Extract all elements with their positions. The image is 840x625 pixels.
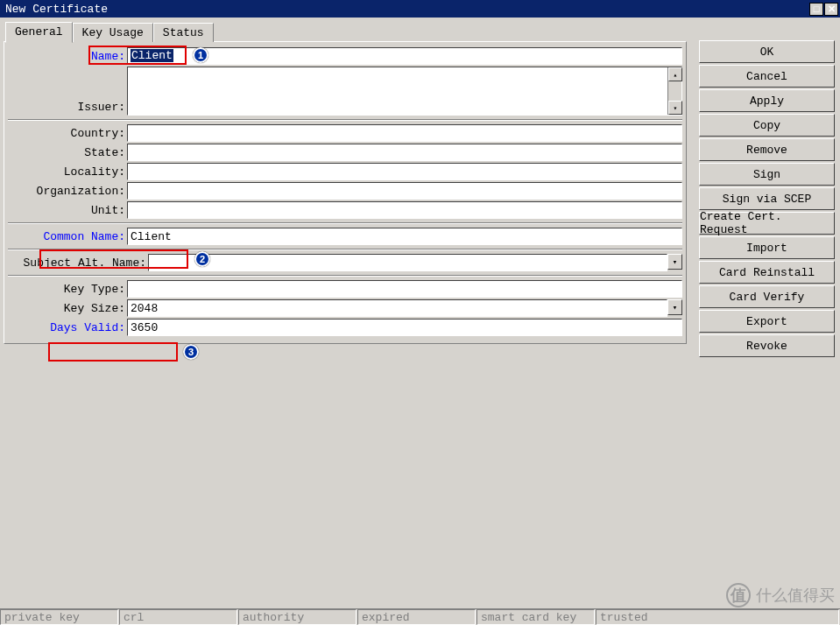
key-size-input[interactable] <box>127 299 667 317</box>
scroll-up-icon[interactable]: ▴ <box>668 67 682 81</box>
window-title: New Certificate <box>2 3 108 16</box>
state-label: State: <box>8 146 127 159</box>
common-name-label: Common Name: <box>8 230 127 243</box>
status-smart-card-key: smart card key <box>476 609 595 625</box>
name-label: Name: <box>8 50 127 63</box>
export-button[interactable]: Export <box>699 310 835 333</box>
close-button[interactable]: ✕ <box>824 3 838 16</box>
title-bar: New Certificate □ ✕ <box>0 0 840 18</box>
maximize-button[interactable]: □ <box>809 3 823 16</box>
key-size-label: Key Size: <box>8 302 127 315</box>
sign-button[interactable]: Sign <box>699 163 835 186</box>
tab-general[interactable]: General <box>5 22 73 43</box>
country-input[interactable] <box>127 124 682 142</box>
badge-1: 1 <box>193 47 208 63</box>
content-area: General Key Usage Status Name: Client Is… <box>0 18 840 348</box>
button-panel: OK Cancel Apply Copy Remove Sign Sign vi… <box>699 40 835 359</box>
window-controls: □ ✕ <box>808 3 838 16</box>
scroll-down-icon[interactable]: ▾ <box>668 101 682 115</box>
badge-2: 2 <box>194 251 210 267</box>
name-input[interactable]: Client <box>127 47 682 65</box>
status-authority: authority <box>238 609 356 625</box>
card-reinstall-button[interactable]: Card Reinstall <box>699 261 835 284</box>
remove-button[interactable]: Remove <box>699 138 835 161</box>
unit-label: Unit: <box>8 204 127 217</box>
days-valid-label: Days Valid: <box>8 321 127 334</box>
key-type-input[interactable] <box>127 280 682 298</box>
organization-input[interactable] <box>127 182 682 200</box>
revoke-button[interactable]: Revoke <box>699 334 835 357</box>
san-dropdown-icon[interactable]: ▾ <box>667 254 682 270</box>
key-type-label: Key Type: <box>8 283 127 296</box>
unit-input[interactable] <box>127 201 682 219</box>
divider <box>8 249 682 250</box>
watermark-text: 什么值得买 <box>756 585 835 606</box>
status-bar: private key crl authority expired smart … <box>0 608 840 625</box>
issuer-scrollbar[interactable]: ▴ ▾ <box>667 67 681 115</box>
issuer-label: Issuer: <box>8 101 127 116</box>
san-input[interactable] <box>148 254 667 271</box>
watermark: 值 什么值得买 <box>726 583 835 607</box>
tab-key-usage[interactable]: Key Usage <box>73 23 153 42</box>
locality-label: Locality: <box>8 165 127 179</box>
status-crl: crl <box>119 609 237 625</box>
common-name-input[interactable] <box>127 228 682 245</box>
badge-3: 3 <box>183 344 199 360</box>
create-cert-request-button[interactable]: Create Cert. Request <box>699 212 835 235</box>
organization-label: Organization: <box>8 185 127 198</box>
san-label: Subject Alt. Name: <box>8 256 148 270</box>
card-verify-button[interactable]: Card Verify <box>699 285 835 308</box>
issuer-input[interactable]: ▴ ▾ <box>127 67 682 116</box>
sign-scep-button[interactable]: Sign via SCEP <box>699 187 835 210</box>
locality-input[interactable] <box>127 163 682 180</box>
import-button[interactable]: Import <box>699 236 835 259</box>
key-size-dropdown-icon[interactable]: ▾ <box>667 299 682 315</box>
divider <box>8 119 682 121</box>
status-expired: expired <box>357 609 476 625</box>
country-label: Country: <box>8 127 127 140</box>
apply-button[interactable]: Apply <box>699 89 835 112</box>
days-valid-input[interactable] <box>127 319 682 336</box>
tab-status[interactable]: Status <box>153 23 214 42</box>
status-trusted: trusted <box>596 609 839 625</box>
ok-button[interactable]: OK <box>699 40 835 63</box>
divider <box>8 222 682 224</box>
state-input[interactable] <box>127 144 682 161</box>
status-private-key: private key <box>0 609 118 625</box>
watermark-icon: 值 <box>726 583 751 607</box>
tab-panel: Name: Client Issuer: ▴ ▾ Country: State:… <box>4 41 687 344</box>
highlight-box-3 <box>48 342 178 362</box>
tab-strip: General Key Usage Status <box>5 21 836 42</box>
divider <box>8 275 682 277</box>
copy-button[interactable]: Copy <box>699 114 835 137</box>
cancel-button[interactable]: Cancel <box>699 65 835 88</box>
